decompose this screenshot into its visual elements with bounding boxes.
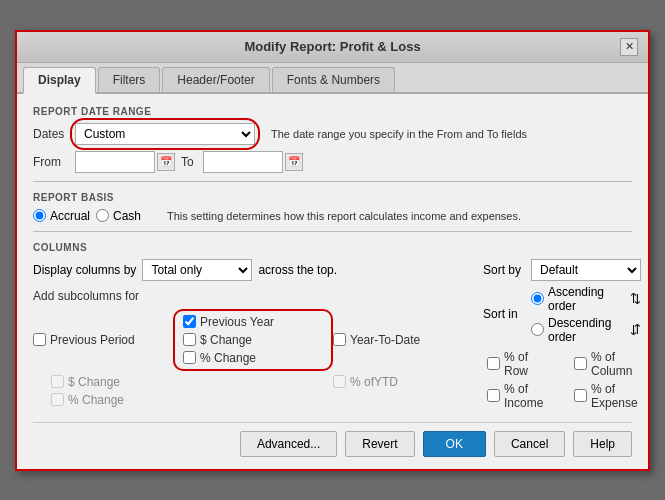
ascending-label: Ascending order <box>548 285 622 313</box>
subcolumns-label: Add subcolumns for <box>33 289 473 303</box>
tab-bar: Display Filters Header/Footer Fonts & Nu… <box>17 63 648 94</box>
report-basis-hint: This setting determines how this report … <box>167 210 521 222</box>
sort-by-select[interactable]: Default Name Amount <box>531 259 641 281</box>
pct-row-checkbox[interactable] <box>487 357 500 370</box>
percent-checks: % of Row % of Column % of Income % of Ex… <box>487 350 641 410</box>
tab-display[interactable]: Display <box>23 67 96 94</box>
descending-radio[interactable] <box>531 323 544 336</box>
from-calendar-icon[interactable]: 📅 <box>157 153 175 171</box>
date-fields-row: From 01/01/2016 📅 To 06/30/2016 📅 <box>33 151 632 173</box>
pct-column-checkbox[interactable] <box>574 357 587 370</box>
report-basis-row: Accrual Cash This setting determines how… <box>33 209 632 223</box>
dollar-change-py-check[interactable]: $ Change <box>183 333 323 347</box>
pct-column-check[interactable]: % of Column <box>574 350 641 378</box>
close-button[interactable]: ✕ <box>620 38 638 56</box>
help-button[interactable]: Help <box>573 431 632 457</box>
sort-by-row: Sort by Default Name Amount <box>483 259 641 281</box>
pct-expense-checkbox[interactable] <box>574 389 587 402</box>
accrual-radio[interactable] <box>33 209 46 222</box>
sort-by-label: Sort by <box>483 263 525 277</box>
dollar-change-pp-check[interactable]: $ Change <box>33 375 173 389</box>
pct-income-checkbox[interactable] <box>487 389 500 402</box>
cash-radio[interactable] <box>96 209 109 222</box>
ascending-radio-item[interactable]: Ascending order ⇅ <box>531 285 641 313</box>
to-input[interactable]: 06/30/2016 <box>203 151 283 173</box>
dollar-change-py-checkbox[interactable] <box>183 333 196 346</box>
pct-change-pp-checkbox <box>51 393 64 406</box>
from-field: 01/01/2016 📅 <box>75 151 175 173</box>
dialog-title: Modify Report: Profit & Loss <box>45 39 620 54</box>
year-to-date-checkbox[interactable] <box>333 333 346 346</box>
pct-row-check[interactable]: % of Row <box>487 350 554 378</box>
display-columns-row: Display columns by Total only Month Quar… <box>33 259 473 281</box>
pct-income-check[interactable]: % of Income <box>487 382 554 410</box>
from-label: From <box>33 155 69 169</box>
display-columns-suffix: across the top. <box>258 263 337 277</box>
display-columns-select[interactable]: Total only Month Quarter Year <box>142 259 252 281</box>
section-date-range: REPORT DATE RANGE <box>33 106 632 117</box>
tab-header-footer[interactable]: Header/Footer <box>162 67 269 92</box>
pct-expense-check[interactable]: % of Expense <box>574 382 641 410</box>
dates-select[interactable]: Custom This Month This Quarter This Year <box>75 123 255 145</box>
sort-section: Sort by Default Name Amount Sort in Asce… <box>483 259 641 410</box>
advanced-button[interactable]: Advanced... <box>240 431 337 457</box>
ok-button[interactable]: OK <box>423 431 486 457</box>
tab-filters[interactable]: Filters <box>98 67 161 92</box>
dialog-content: REPORT DATE RANGE Dates Custom This Mont… <box>17 94 648 469</box>
section-report-basis: REPORT BASIS <box>33 192 632 203</box>
ascending-icon: ⇅ <box>630 291 641 306</box>
to-field: 06/30/2016 📅 <box>203 151 303 173</box>
prev-year-circle-group: Previous Year $ Change % Change <box>173 309 333 371</box>
modify-report-dialog: Modify Report: Profit & Loss ✕ Display F… <box>15 30 650 471</box>
to-calendar-icon[interactable]: 📅 <box>285 153 303 171</box>
date-range-hint: The date range you specify in the From a… <box>271 128 527 140</box>
dates-label: Dates <box>33 127 69 141</box>
prev-period-checkbox[interactable] <box>33 333 46 346</box>
cash-radio-item[interactable]: Cash <box>96 209 141 223</box>
cash-label: Cash <box>113 209 141 223</box>
section-columns: COLUMNS <box>33 242 632 253</box>
cancel-button[interactable]: Cancel <box>494 431 565 457</box>
prev-year-check[interactable]: Previous Year <box>183 315 323 329</box>
sort-in-row: Sort in Ascending order ⇅ Descending ord… <box>483 285 641 344</box>
descending-icon: ⇵ <box>630 322 641 337</box>
accrual-radio-item[interactable]: Accrual <box>33 209 90 223</box>
display-columns-prefix: Display columns by <box>33 263 136 277</box>
descending-label: Descending order <box>548 316 622 344</box>
pct-change-py-checkbox[interactable] <box>183 351 196 364</box>
year-to-date-check[interactable]: Year-To-Date <box>333 309 473 371</box>
pct-of-ytd-checkbox <box>333 375 346 388</box>
prev-year-checkbox[interactable] <box>183 315 196 328</box>
tab-fonts-numbers[interactable]: Fonts & Numbers <box>272 67 395 92</box>
dollar-change-pp-checkbox <box>51 375 64 388</box>
pct-change-py-check[interactable]: % Change <box>183 351 323 365</box>
sort-in-label: Sort in <box>483 307 525 321</box>
dates-row: Dates Custom This Month This Quarter Thi… <box>33 123 632 145</box>
buttons-row: Advanced... Revert OK Cancel Help <box>33 422 632 457</box>
revert-button[interactable]: Revert <box>345 431 414 457</box>
pct-change-pp-check[interactable]: % Change <box>33 393 173 407</box>
title-bar: Modify Report: Profit & Loss ✕ <box>17 32 648 63</box>
pct-of-ytd-check[interactable]: % ofYTD <box>333 375 473 389</box>
to-label: To <box>181 155 197 169</box>
prev-period-check[interactable]: Previous Period <box>33 309 173 371</box>
ascending-radio[interactable] <box>531 292 544 305</box>
from-input[interactable]: 01/01/2016 <box>75 151 155 173</box>
accrual-label: Accrual <box>50 209 90 223</box>
descending-radio-item[interactable]: Descending order ⇵ <box>531 316 641 344</box>
